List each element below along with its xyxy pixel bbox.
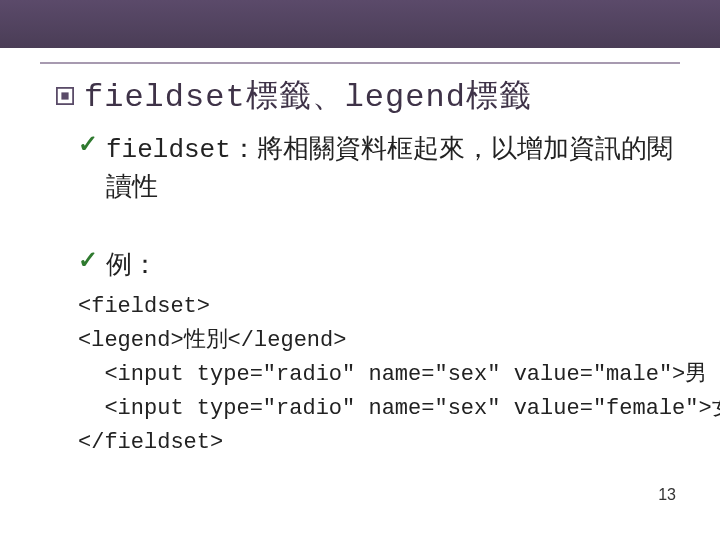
page-number: 13 bbox=[658, 486, 676, 504]
code-line: </fieldset> bbox=[78, 430, 223, 455]
slide-body: ✓ fieldset：將相關資料框起來，以增加資訊的閱讀性 ✓ 例： <fiel… bbox=[78, 130, 678, 460]
bullet-text: 例： bbox=[106, 246, 158, 282]
code-line: <input type="radio" name="sex" value="fe… bbox=[78, 396, 720, 421]
square-target-icon bbox=[56, 87, 74, 105]
bullet-text: fieldset：將相關資料框起來，以增加資訊的閱讀性 bbox=[106, 130, 678, 204]
title-part-3: legend bbox=[345, 79, 466, 116]
bullet-rest: 例： bbox=[106, 249, 158, 279]
title-part-1: fieldset bbox=[84, 79, 246, 116]
top-bar bbox=[0, 0, 720, 48]
code-block: <fieldset> <legend>性別</legend> <input ty… bbox=[78, 290, 678, 460]
title-part-2: 標籤、 bbox=[246, 77, 345, 113]
check-icon: ✓ bbox=[78, 246, 98, 274]
spacer bbox=[78, 212, 678, 246]
code-line: <legend>性別</legend> bbox=[78, 328, 346, 353]
slide-title: fieldset標籤、legend標籤 bbox=[84, 74, 532, 118]
divider bbox=[40, 62, 680, 64]
code-line: <input type="radio" name="sex" value="ma… bbox=[78, 362, 707, 387]
code-line: <fieldset> bbox=[78, 294, 210, 319]
svg-rect-1 bbox=[61, 92, 68, 99]
check-icon: ✓ bbox=[78, 130, 98, 158]
bullet-item: ✓ 例： bbox=[78, 246, 678, 282]
bullet-lead: fieldset bbox=[106, 135, 231, 165]
bullet-item: ✓ fieldset：將相關資料框起來，以增加資訊的閱讀性 bbox=[78, 130, 678, 204]
title-part-4: 標籤 bbox=[466, 77, 532, 113]
slide: fieldset標籤、legend標籤 ✓ fieldset：將相關資料框起來，… bbox=[0, 0, 720, 540]
slide-title-row: fieldset標籤、legend標籤 bbox=[56, 74, 532, 118]
